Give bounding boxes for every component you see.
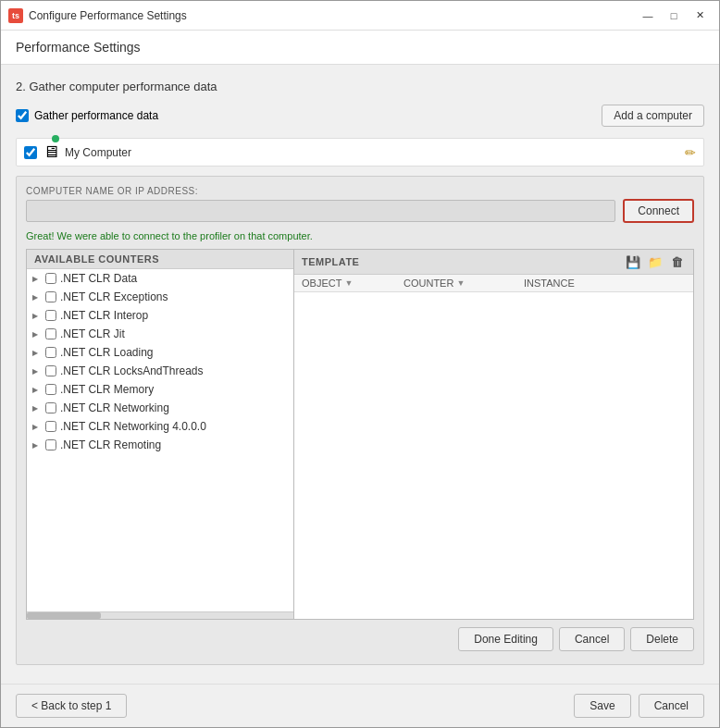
item-label: .NET CLR Data bbox=[60, 272, 137, 285]
maximize-button[interactable]: □ bbox=[662, 6, 686, 25]
column-counter: COUNTER ▼ bbox=[396, 275, 516, 291]
minimize-icon: — bbox=[643, 10, 653, 21]
gather-left: Gather performance data bbox=[16, 109, 158, 122]
list-item[interactable]: ▶ .NET CLR Data bbox=[27, 269, 293, 288]
connect-button[interactable]: Connect bbox=[623, 199, 694, 223]
add-computer-button[interactable]: Add a computer bbox=[602, 105, 704, 127]
title-bar: ts Configure Performance Settings — □ ✕ bbox=[1, 1, 719, 31]
counters-area: AVAILABLE COUNTERS ▶ .NET CLR Data ▶ .NE… bbox=[26, 249, 694, 620]
template-panel: TEMPLATE 💾 📁 🗑 OBJECT ▼ CO bbox=[294, 249, 694, 620]
expand-arrow-icon: ▶ bbox=[32, 349, 42, 357]
item-checkbox[interactable] bbox=[45, 328, 56, 339]
delete-button[interactable]: Delete bbox=[630, 627, 694, 651]
item-checkbox[interactable] bbox=[45, 310, 56, 321]
item-label: .NET CLR Jit bbox=[60, 327, 125, 340]
list-item[interactable]: ▶ .NET CLR Remoting bbox=[27, 436, 293, 454]
item-label: .NET CLR Interop bbox=[60, 309, 148, 322]
list-item[interactable]: ▶ .NET CLR Networking bbox=[27, 399, 293, 417]
item-label: .NET CLR LocksAndThreads bbox=[60, 364, 204, 377]
expand-arrow-icon: ▶ bbox=[32, 293, 42, 302]
expand-arrow-icon: ▶ bbox=[32, 441, 42, 450]
computer-row-left: 🖥 My Computer bbox=[24, 142, 685, 162]
ip-row: Connect bbox=[26, 199, 694, 223]
monitor-icon: 🖥 bbox=[43, 142, 59, 162]
list-item[interactable]: ▶ .NET CLR Interop bbox=[27, 306, 293, 325]
gather-checkbox[interactable] bbox=[16, 109, 29, 122]
computer-name: My Computer bbox=[65, 146, 131, 159]
template-label: TEMPLATE bbox=[302, 256, 359, 267]
template-icons: 💾 📁 🗑 bbox=[625, 253, 686, 270]
close-button[interactable]: ✕ bbox=[688, 6, 712, 25]
item-checkbox[interactable] bbox=[45, 347, 56, 358]
monitor-wrapper: 🖥 bbox=[43, 142, 59, 162]
gather-row: Gather performance data Add a computer bbox=[16, 105, 704, 127]
expand-arrow-icon: ▶ bbox=[32, 423, 42, 431]
ip-input-placeholder bbox=[26, 200, 615, 222]
expand-arrow-icon: ▶ bbox=[32, 330, 42, 339]
list-item[interactable]: ▶ .NET CLR LocksAndThreads bbox=[27, 362, 293, 380]
main-content: 2. Gather computer performance data Gath… bbox=[1, 65, 719, 684]
footer-right: Save Cancel bbox=[574, 694, 704, 718]
template-header: TEMPLATE 💾 📁 🗑 bbox=[294, 250, 693, 275]
maximize-icon: □ bbox=[671, 10, 677, 21]
list-item[interactable]: ▶ .NET CLR Jit bbox=[27, 325, 293, 343]
app-icon: ts bbox=[8, 8, 23, 23]
delete-icon[interactable]: 🗑 bbox=[669, 253, 686, 270]
expand-arrow-icon: ▶ bbox=[32, 367, 42, 376]
scrollbar-thumb[interactable] bbox=[27, 612, 101, 619]
computer-checkbox[interactable] bbox=[24, 146, 37, 159]
folder-icon[interactable]: 📁 bbox=[647, 253, 664, 270]
main-window: ts Configure Performance Settings — □ ✕ … bbox=[0, 0, 720, 728]
status-dot bbox=[52, 135, 59, 142]
computer-row: 🖥 My Computer ✏ bbox=[16, 138, 704, 167]
settings-section: COMPUTER NAME OR IP ADDRESS: Connect Gre… bbox=[16, 176, 704, 665]
save-template-icon[interactable]: 💾 bbox=[625, 253, 641, 270]
item-checkbox[interactable] bbox=[45, 273, 56, 284]
window-controls: — □ ✕ bbox=[636, 6, 712, 25]
section-title: 2. Gather computer performance data bbox=[16, 80, 704, 93]
column-headers: OBJECT ▼ COUNTER ▼ INSTANCE bbox=[294, 275, 693, 292]
page-header: Performance Settings bbox=[1, 31, 719, 65]
edit-icon[interactable]: ✏ bbox=[685, 145, 696, 160]
available-header: AVAILABLE COUNTERS bbox=[27, 250, 293, 269]
footer-bar: < Back to step 1 Save Cancel bbox=[1, 684, 719, 727]
done-editing-button[interactable]: Done Editing bbox=[458, 627, 553, 651]
window-title: Configure Performance Settings bbox=[29, 9, 636, 22]
action-buttons: Done Editing Cancel Delete bbox=[26, 620, 694, 655]
item-checkbox[interactable] bbox=[45, 402, 56, 413]
list-item[interactable]: ▶ .NET CLR Memory bbox=[27, 380, 293, 399]
save-button[interactable]: Save bbox=[574, 694, 630, 718]
column-object: OBJECT ▼ bbox=[294, 275, 396, 291]
item-checkbox[interactable] bbox=[45, 291, 56, 302]
ip-label: COMPUTER NAME OR IP ADDRESS: bbox=[26, 186, 694, 196]
item-label: .NET CLR Remoting bbox=[60, 438, 161, 451]
available-list: ▶ .NET CLR Data ▶ .NET CLR Exceptions ▶ … bbox=[27, 269, 293, 611]
object-filter-icon[interactable]: ▼ bbox=[344, 278, 353, 288]
success-message: Great! We were able to connect to the pr… bbox=[26, 230, 694, 241]
item-label: .NET CLR Networking bbox=[60, 401, 169, 414]
item-checkbox[interactable] bbox=[45, 365, 56, 376]
minimize-button[interactable]: — bbox=[636, 6, 660, 25]
cancel-button[interactable]: Cancel bbox=[559, 627, 625, 651]
item-label: .NET CLR Networking 4.0.0.0 bbox=[60, 420, 206, 433]
item-checkbox[interactable] bbox=[45, 421, 56, 432]
expand-arrow-icon: ▶ bbox=[32, 386, 42, 394]
list-item[interactable]: ▶ .NET CLR Exceptions bbox=[27, 288, 293, 306]
close-icon: ✕ bbox=[696, 9, 704, 21]
back-button[interactable]: < Back to step 1 bbox=[16, 694, 127, 718]
item-label: .NET CLR Memory bbox=[60, 383, 154, 396]
expand-arrow-icon: ▶ bbox=[32, 404, 42, 413]
item-label: .NET CLR Exceptions bbox=[60, 290, 168, 303]
gather-label: Gather performance data bbox=[34, 109, 158, 122]
item-checkbox[interactable] bbox=[45, 439, 56, 450]
list-item[interactable]: ▶ .NET CLR Loading bbox=[27, 343, 293, 362]
column-instance: INSTANCE bbox=[516, 275, 693, 291]
item-label: .NET CLR Loading bbox=[60, 346, 154, 359]
footer-cancel-button[interactable]: Cancel bbox=[639, 694, 704, 718]
list-item[interactable]: ▶ .NET CLR Networking 4.0.0.0 bbox=[27, 417, 293, 436]
counter-filter-icon[interactable]: ▼ bbox=[456, 278, 465, 288]
horizontal-scrollbar[interactable] bbox=[27, 611, 293, 619]
template-body bbox=[294, 292, 693, 619]
item-checkbox[interactable] bbox=[45, 384, 56, 395]
expand-arrow-icon: ▶ bbox=[32, 275, 42, 283]
